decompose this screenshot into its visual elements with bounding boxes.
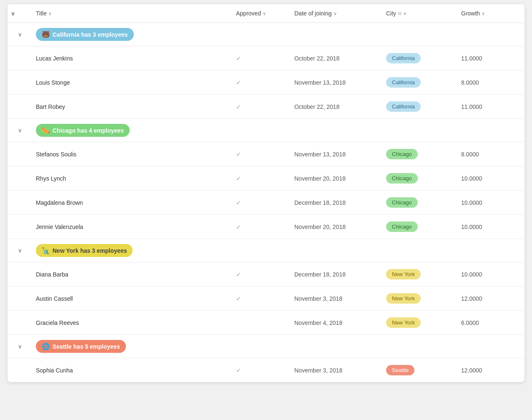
group-row-newyork: ∨ 🗽 New York has 3 employees <box>8 239 524 262</box>
cell-city-1-1: Chicago <box>383 173 458 184</box>
header-city[interactable]: City ⊟ ∨ <box>383 10 458 17</box>
cell-date-2-0: December 18, 2018 <box>291 271 383 278</box>
table-row: Lucas Jenkins ✓ October 22, 2018 Califor… <box>8 46 524 70</box>
cell-approved-1-0: ✓ <box>233 151 291 158</box>
checkmark-icon: ✓ <box>236 224 241 230</box>
cell-city-1-0: Chicago <box>383 149 458 159</box>
city-tag-2-0: New York <box>386 269 421 279</box>
cell-growth-2-2: 6.0000 <box>458 319 524 326</box>
group-toggle-chicago[interactable]: ∨ <box>8 127 33 133</box>
checkmark-icon: ✓ <box>236 367 241 374</box>
group-emoji-seattle: 🌐 <box>42 342 50 350</box>
cell-city-1-3: Chicago <box>383 221 458 232</box>
title-sort-icon: ∨ <box>48 11 52 16</box>
table-row: Diana Barba ✓ December 18, 2018 New York… <box>8 262 524 287</box>
cell-city-3-0: Seattle <box>383 365 458 375</box>
group-row-chicago: ∨ 🌭 Chicago has 4 employees <box>8 119 524 142</box>
cell-name-0-1: Louis Stonge <box>33 79 233 86</box>
group-badge-newyork: 🗽 New York has 3 employees <box>36 244 133 257</box>
table-row: Stefanos Soulis ✓ November 13, 2018 Chic… <box>8 142 524 166</box>
cell-date-0-0: October 22, 2018 <box>291 55 383 62</box>
cell-city-0-1: California <box>383 77 458 88</box>
table-row: Austin Cassell ✓ November 3, 2018 New Yo… <box>8 287 524 311</box>
table-header: ∨ Title ∨ Approved ∨ Date of joining ∨ C… <box>8 4 524 23</box>
cell-date-2-2: November 4, 2018 <box>291 319 383 326</box>
group-toggle-newyork[interactable]: ∨ <box>8 247 33 254</box>
cell-date-2-1: November 3, 2018 <box>291 295 383 302</box>
header-expand[interactable]: ∨ <box>8 10 33 17</box>
cell-approved-1-1: ✓ <box>233 175 291 182</box>
cell-city-2-1: New York <box>383 293 458 304</box>
group-emoji-chicago: 🌭 <box>42 126 50 134</box>
chevron-down-icon: ∨ <box>18 31 22 38</box>
cell-growth-0-1: 8.0000 <box>458 79 524 86</box>
cell-approved-0-2: ✓ <box>233 103 291 110</box>
city-filter-icon: ⊟ <box>398 11 402 16</box>
cell-growth-1-1: 10.0000 <box>458 175 524 182</box>
employee-table: ∨ Title ∨ Approved ∨ Date of joining ∨ C… <box>8 4 524 382</box>
table-row: Magdalena Brown ✓ December 18, 2018 Chic… <box>8 191 524 215</box>
group-toggle-seattle[interactable]: ∨ <box>8 343 33 350</box>
city-tag-0-0: California <box>386 53 421 63</box>
city-tag-2-2: New York <box>386 317 421 328</box>
header-title[interactable]: Title ∨ <box>33 10 233 17</box>
cell-date-1-0: November 13, 2018 <box>291 151 383 158</box>
group-label-seattle: Seattle has 5 employees <box>53 343 120 350</box>
header-growth-label: Growth <box>461 10 480 17</box>
cell-growth-0-2: 11.0000 <box>458 103 524 110</box>
city-tag-2-1: New York <box>386 293 421 304</box>
checkmark-icon: ✓ <box>236 271 241 278</box>
city-tag-1-2: Chicago <box>386 197 418 208</box>
cell-growth-2-0: 10.0000 <box>458 271 524 278</box>
table-row: Jennie Valenzuela ✓ November 20, 2018 Ch… <box>8 215 524 239</box>
cell-date-1-2: December 18, 2018 <box>291 199 383 206</box>
cell-name-0-0: Lucas Jenkins <box>33 55 233 62</box>
table-row: Bart Robey ✓ October 22, 2018 California… <box>8 95 524 119</box>
cell-growth-3-0: 12.0000 <box>458 367 524 374</box>
city-tag-1-1: Chicago <box>386 173 418 184</box>
approved-sort-icon: ∨ <box>263 11 266 16</box>
cell-name-2-1: Austin Cassell <box>33 295 233 302</box>
header-growth[interactable]: Growth ∨ <box>458 10 524 17</box>
cell-approved-2-0: ✓ <box>233 271 291 278</box>
cell-approved-0-0: ✓ <box>233 55 291 62</box>
table-row: Louis Stonge ✓ November 13, 2018 Califor… <box>8 70 524 95</box>
chevron-down-icon: ∨ <box>18 247 22 254</box>
group-row-seattle: ∨ 🌐 Seattle has 5 employees <box>8 335 524 358</box>
chevron-down-icon: ∨ <box>18 343 22 350</box>
header-date[interactable]: Date of joining ∨ <box>291 10 383 17</box>
group-emoji-newyork: 🗽 <box>42 246 50 254</box>
group-label-california: California has 3 employees <box>53 31 128 38</box>
cell-approved-2-1: ✓ <box>233 295 291 302</box>
cell-date-1-1: November 20, 2018 <box>291 175 383 182</box>
checkmark-icon: ✓ <box>236 103 241 110</box>
cell-name-2-0: Diana Barba <box>33 271 233 278</box>
group-toggle-california[interactable]: ∨ <box>8 31 33 38</box>
group-label-newyork: New York has 3 employees <box>53 247 127 254</box>
cell-date-0-1: November 13, 2018 <box>291 79 383 86</box>
growth-sort-icon: ∨ <box>482 11 485 16</box>
cell-growth-1-2: 10.0000 <box>458 199 524 206</box>
group-label-container-california: 🐻 California has 3 employees <box>33 28 524 41</box>
cell-name-3-0: Sophia Cunha <box>33 367 233 374</box>
table-row: Rhys Lynch ✓ November 20, 2018 Chicago 1… <box>8 166 524 191</box>
group-label-container-newyork: 🗽 New York has 3 employees <box>33 244 524 257</box>
city-tag-3-0: Seattle <box>386 365 414 375</box>
cell-date-0-2: October 22, 2018 <box>291 103 383 110</box>
cell-growth-2-1: 12.0000 <box>458 295 524 302</box>
header-approved-label: Approved <box>236 10 261 17</box>
cell-name-1-1: Rhys Lynch <box>33 175 233 182</box>
cell-approved-1-3: ✓ <box>233 224 291 230</box>
group-badge-seattle: 🌐 Seattle has 5 employees <box>36 340 126 353</box>
cell-approved-1-2: ✓ <box>233 199 291 206</box>
checkmark-icon: ✓ <box>236 79 241 86</box>
header-approved[interactable]: Approved ∨ <box>233 10 291 17</box>
group-label-container-chicago: 🌭 Chicago has 4 employees <box>33 124 524 137</box>
group-label-container-seattle: 🌐 Seattle has 5 employees <box>33 340 524 353</box>
chevron-down-icon: ∨ <box>11 10 15 17</box>
table-row: Graciela Reeves November 4, 2018 New Yor… <box>8 311 524 335</box>
cell-growth-1-3: 10.0000 <box>458 224 524 230</box>
cell-city-1-2: Chicago <box>383 197 458 208</box>
checkmark-icon: ✓ <box>236 151 241 158</box>
group-label-chicago: Chicago has 4 employees <box>53 127 124 134</box>
